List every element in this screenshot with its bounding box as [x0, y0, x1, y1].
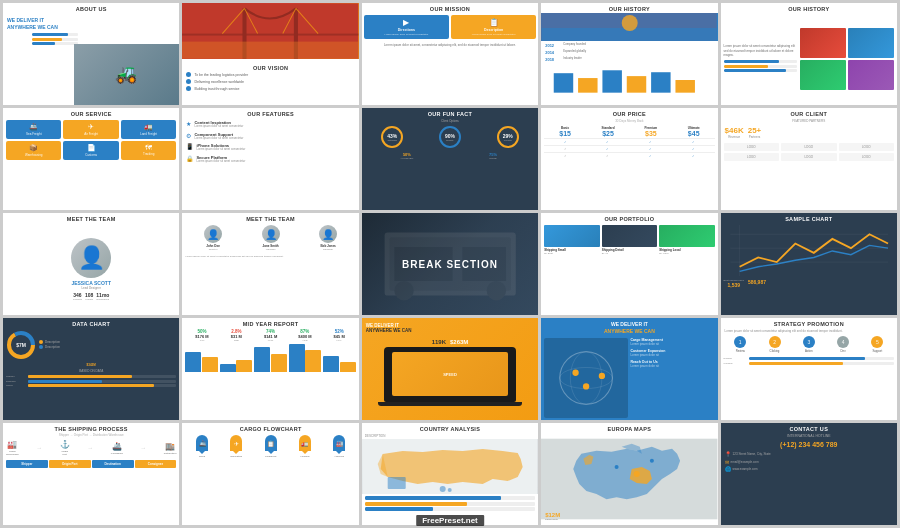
member-role-1: Director: [209, 248, 218, 251]
my-stat-1: 50% $176 M JAN: [185, 329, 218, 342]
vision-item-3: Building trust through service: [186, 86, 354, 91]
portfolio-sub-1: By Boat: [544, 252, 599, 255]
myb-bar-3b: [271, 354, 287, 372]
team-stat-clients: 108 Clients: [85, 292, 93, 301]
svg-point-32: [599, 373, 605, 379]
slide-title-team1: MEET THE TEAM: [3, 213, 179, 223]
shipping-process-steps: Shipper Origin Port Destination Consigne…: [3, 458, 179, 470]
funfact-extra-label-2: DONE: [452, 157, 534, 160]
vision-dot-2: [186, 79, 191, 84]
service-icon-4: 📦 Warehousing: [6, 141, 61, 160]
myb-bar-3a: [254, 347, 270, 372]
my-label-3: MAR: [254, 339, 287, 342]
client-value-2: 25+: [748, 126, 762, 135]
deliver2-layout: Cargo Management Lorem ipsum dolor sit C…: [541, 336, 717, 420]
forklift-icon: 🚜: [115, 63, 137, 85]
funfact-circle-3: 29% Growth: [497, 126, 519, 148]
deliver2-subheadline: ANYWHERE WE CAN: [541, 328, 717, 336]
step-label-2: Clicking: [770, 349, 780, 353]
data-bar-jan: January: [6, 375, 176, 378]
data-bars-area: January February March: [3, 374, 179, 390]
deliver-stat-val-2: $263M: [450, 339, 468, 345]
vision-dot-1: [186, 72, 191, 77]
feature-item-1: ★ Content Inspiration Lorem ipsum dolor …: [186, 120, 354, 129]
funfact-circle-1: 43% Satisfied: [381, 126, 403, 148]
timeline-year-3: 2018: [545, 57, 563, 62]
contact-web-item: 🌐 www.example.com: [725, 466, 893, 472]
ci-plane-icon: ✈: [234, 440, 239, 447]
box-icon: 📦: [29, 144, 38, 152]
client-logo-5: LOGO: [781, 153, 836, 161]
service-label-3: Land Freight: [140, 132, 157, 136]
feature-icon-4: 🔒: [186, 155, 193, 162]
sf-step-2: ⚓ OriginPort: [60, 440, 70, 456]
slide-title-samplechart: SAMPLE CHART: [721, 213, 897, 223]
team-member-3: 👤 Bob Jones Designer: [300, 225, 355, 251]
portfolio-item-2: Shipping Detail By Air: [602, 225, 657, 255]
slide-our-history-2: OUR HISTORY Lorem ipsum dolor sit amet c…: [721, 3, 897, 105]
process-label-4: Consignee: [137, 462, 175, 466]
origin-port-icon: ⚓: [60, 440, 70, 449]
process-label-1: Shipper: [8, 462, 46, 466]
data-bar-mar: March: [6, 384, 176, 387]
slide-meet-team-2: MEET THE TEAM 👤 John Doe Director 👤 Jane…: [182, 213, 358, 315]
slide-title-portfolio: OUR PORTFOLIO: [541, 213, 717, 223]
history2-bars: [724, 60, 798, 72]
feature-text-1: Content Inspiration Lorem ipsum dolor si…: [194, 120, 243, 129]
slide-our-mission: OUR MISSION ▶ Directions Lorem ipsum dol…: [362, 3, 538, 105]
client-stats: $46K Revenue 25+ Partners: [721, 124, 897, 141]
service-label-2: Air Freight: [84, 132, 98, 136]
deliver2-info-item-2: Customer Expansion Lorem ipsum dolor sit: [630, 349, 714, 357]
chart-stat-2: 586,987: [748, 279, 766, 288]
cargo-icon-4: 🚛 Loading: [299, 435, 311, 458]
mission-icon-2: 📋: [489, 18, 499, 27]
ci-label-4: Loading: [300, 455, 309, 458]
client-logo-1: LOGO: [724, 143, 779, 151]
service-icon-5: 📄 Customs: [63, 141, 118, 160]
client-stat-2: 25+ Partners: [748, 126, 762, 139]
doc-icon: 📄: [87, 144, 96, 152]
sf-step-4: 🏬 Distribution: [164, 442, 177, 455]
donut-svg: $7M: [6, 330, 36, 360]
vision-text-1: To be the leading logistics provider: [194, 73, 248, 77]
mission-text-2: Lorem ipsum dolor sit amet consectetur: [472, 33, 516, 36]
distribution-icon: 🏬: [165, 442, 175, 451]
ci-marker-5: 🏭: [333, 435, 345, 451]
team-stat-value-2: 108: [85, 292, 93, 298]
ci-marker-2: ✈: [230, 435, 242, 451]
deliver-stat-2: $263M: [450, 339, 468, 345]
price-cell-3-3: ✓: [630, 154, 672, 158]
strategy-bar-label-2: Clicking: [724, 362, 749, 365]
team-stats-jessica: 346 Projects 108 Clients 11mo Experience: [73, 292, 109, 301]
svg-point-31: [573, 370, 579, 376]
price-cell-2-4: ✓: [673, 147, 715, 151]
slide-title-features: OUR FEATURES: [182, 108, 358, 118]
dbi-label-mar: March: [6, 384, 28, 387]
history-bar-svg: [544, 68, 714, 93]
slide-mid-year-report: MID YEAR REPORT 50% $176 M JAN 2.8% $31 …: [182, 318, 358, 420]
history2-description: Lorem ipsum dolor sit amet consectetur a…: [724, 44, 798, 57]
slide-our-fun-fact: OUR FUN FACT Client Options 43% Satisfie…: [362, 108, 538, 210]
strategy-bar-2: Clicking: [724, 362, 894, 365]
feature-icon-2: ⚙: [186, 132, 191, 139]
process-label-3: Destination: [94, 462, 132, 466]
funfact-circle-2: 90% Quality: [439, 126, 461, 148]
contact-address-item: 📍 123 Street Name, City, State: [725, 451, 893, 457]
slide-data-chart: DATA CHART $7M Description Description $…: [3, 318, 179, 420]
team-stat-experience: 11mo Experience: [96, 292, 109, 301]
price-headers: Basic $15 Standard $25 Premium $35 Ultim…: [544, 126, 714, 137]
svg-rect-1: [182, 34, 358, 36]
donut-text-2: Description: [45, 345, 60, 349]
history-landscape-svg: [541, 13, 717, 41]
step-label-1: Review: [736, 349, 745, 353]
slide-title-team2: MEET THE TEAM: [182, 213, 358, 223]
country-map: [362, 439, 538, 494]
timeline-text-3: Industry leader: [563, 57, 582, 61]
svg-point-37: [447, 488, 451, 492]
sf-arrow-3: →: [140, 445, 146, 451]
slide-about-us: ABOUT US WE DELIVER IT ANYWHERE WE CAN 🚜: [3, 3, 179, 105]
service-icon-2: ✈ Air Freight: [63, 120, 118, 139]
data-bar-feb: February: [6, 380, 176, 383]
price-cell-1-4: ✓: [673, 140, 715, 144]
sf-label-4: Distribution: [164, 452, 177, 455]
